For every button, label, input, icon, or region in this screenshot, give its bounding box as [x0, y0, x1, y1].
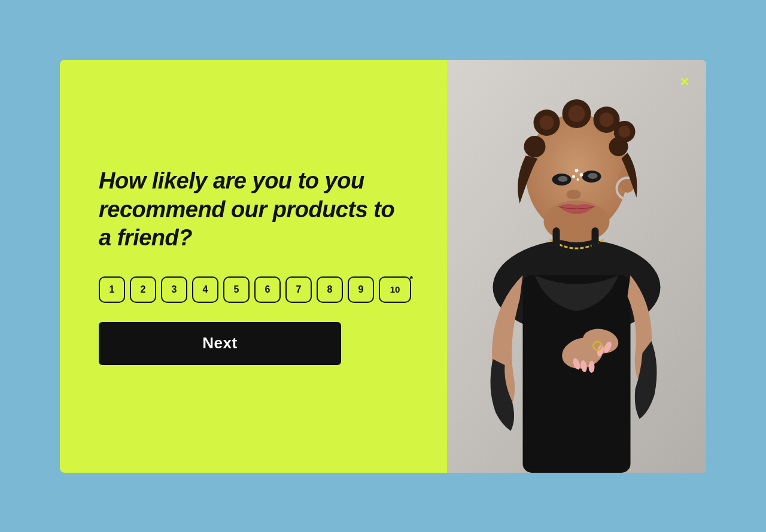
- svg-point-21: [540, 115, 554, 130]
- rating-btn-6[interactable]: 6: [254, 276, 281, 303]
- svg-point-20: [609, 137, 628, 156]
- svg-point-28: [588, 173, 598, 179]
- survey-modal: How likely are you to you recommend our …: [60, 60, 706, 473]
- left-panel: How likely are you to you recommend our …: [60, 60, 447, 473]
- rating-btn-1[interactable]: 1: [99, 276, 125, 303]
- rating-btn-10[interactable]: 10*: [379, 276, 411, 303]
- survey-question: How likely are you to you recommend our …: [99, 167, 411, 253]
- svg-point-33: [567, 190, 581, 199]
- close-button[interactable]: ×: [675, 72, 694, 91]
- svg-point-32: [577, 178, 579, 181]
- svg-point-27: [558, 176, 568, 182]
- svg-rect-35: [592, 227, 599, 275]
- rating-options-row: 1 2 3 4 5 6 7 8 9 10*: [99, 276, 411, 303]
- rating-btn-4[interactable]: 4: [192, 276, 218, 303]
- svg-point-8: [589, 361, 595, 373]
- svg-point-22: [569, 105, 585, 122]
- rating-btn-3[interactable]: 3: [161, 276, 187, 303]
- right-panel: ×: [447, 60, 706, 473]
- asterisk-indicator: *: [410, 274, 413, 284]
- rating-btn-7[interactable]: 7: [285, 276, 312, 303]
- rating-btn-5[interactable]: 5: [223, 276, 250, 303]
- svg-point-30: [580, 173, 583, 177]
- next-button[interactable]: Next: [99, 322, 341, 365]
- svg-point-23: [600, 113, 614, 127]
- svg-point-19: [524, 136, 546, 157]
- rating-btn-9[interactable]: 9: [348, 276, 374, 303]
- rating-btn-8[interactable]: 8: [317, 276, 343, 303]
- svg-point-24: [619, 126, 631, 138]
- svg-rect-34: [553, 227, 560, 275]
- svg-point-29: [575, 169, 579, 172]
- rating-btn-2[interactable]: 2: [130, 276, 156, 303]
- svg-point-31: [572, 175, 575, 178]
- model-illustration: [447, 60, 706, 473]
